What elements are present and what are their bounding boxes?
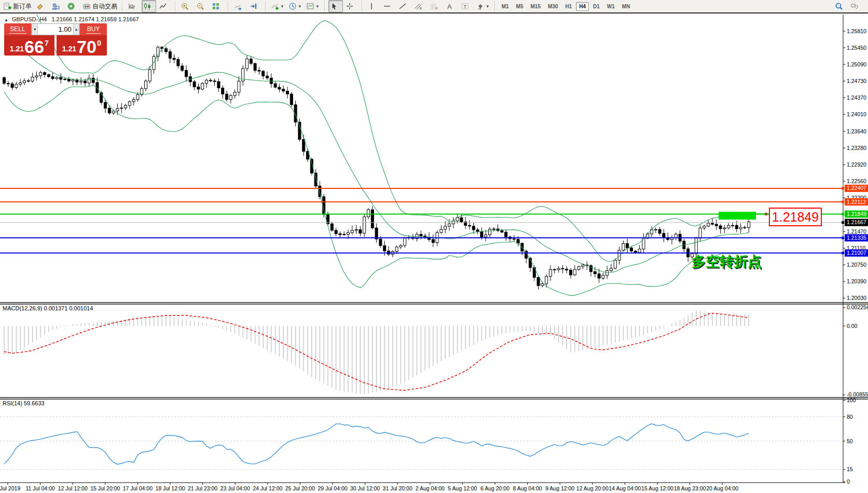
time-tick-label: 15 Jul 20:00	[90, 485, 120, 491]
price-tick-label: 1.20390	[847, 278, 866, 284]
time-tick-label: 25 Jul 20:00	[285, 485, 315, 491]
price-tick-label: 1.22920	[847, 161, 866, 168]
time-tick-label: 2 Aug 04:00	[416, 485, 445, 491]
time-tick-label: 14 Aug 04:00	[609, 485, 641, 491]
rsi-tick-label: 0	[847, 478, 850, 485]
time-tick-label: 18 Jul 12:00	[155, 485, 185, 491]
svg-text:1.21849: 1.21849	[847, 211, 866, 217]
time-tick-label: 9 Jul 2019	[0, 485, 20, 491]
price-tick-label: 1.24370	[847, 94, 866, 101]
one-click-trading-panel: SELL ▼ ▲ BUY 1.21667 1.21700	[4, 23, 107, 56]
time-tick-label: 17 Jul 04:00	[123, 485, 153, 491]
buy-button[interactable]: BUY	[80, 23, 107, 35]
macd-label: MACD(12,26,9) 0.001371 0.001014	[3, 305, 93, 311]
sell-button[interactable]: SELL	[4, 23, 31, 35]
rsi-label: RSI(14) 59.6633	[3, 400, 45, 406]
symbol-period-label: GBPUSD-,H4	[12, 16, 47, 22]
rsi-tick-label: 100	[847, 397, 856, 403]
price-tick-label: 1.21470	[847, 228, 866, 235]
svg-text:1.21007: 1.21007	[847, 250, 866, 256]
svg-text:1.22407: 1.22407	[847, 185, 866, 191]
time-tick-label: 23 Jul 04:00	[221, 485, 250, 491]
rsi-tick-label: 80	[847, 414, 853, 420]
time-tick-label: 8 Aug 04:00	[513, 485, 542, 491]
svg-text:1.21667: 1.21667	[847, 219, 866, 225]
volume-input[interactable]	[38, 24, 73, 35]
time-tick-label: 6 Aug 20:00	[480, 485, 509, 491]
time-tick-label: 29 Jul 04:00	[318, 485, 347, 491]
chart-header: ▲ GBPUSD-,H4 1.21666 1.21674 1.21659 1.2…	[4, 16, 139, 22]
time-tick-label: 31 Jul 20:00	[383, 485, 412, 491]
volume-down-button[interactable]: ▼	[32, 24, 38, 35]
macd-tick-label: 0.002256	[847, 304, 868, 310]
price-tick-label: 1.23640	[847, 128, 866, 134]
time-tick-label: 21 Jul 23:00	[188, 485, 217, 491]
price-tick-label: 1.25090	[847, 61, 866, 67]
time-tick-label: 12 Aug 20:00	[576, 485, 609, 491]
ohlc-values: 1.21666 1.21674 1.21659 1.21667	[51, 16, 139, 22]
rsi-tick-label: 50	[847, 438, 853, 444]
time-tick-label: 11 Jul 04:00	[25, 485, 55, 491]
collapse-panel-icon[interactable]: ▲	[4, 18, 8, 22]
svg-text:1.21335: 1.21335	[847, 235, 866, 241]
price-tick-label: 1.24730	[847, 78, 866, 84]
time-tick-label: 18 Aug 23:00	[674, 485, 706, 491]
time-tick-label: 15 Aug 12:00	[641, 485, 673, 491]
price-callout-label[interactable]: 1.21849	[769, 208, 822, 226]
time-tick-label: 12 Jul 12:00	[58, 485, 88, 491]
time-tick-label: 30 Jul 12:00	[350, 485, 380, 491]
price-tick-label: 1.24010	[847, 111, 866, 117]
buy-price-button[interactable]: 1.21700	[57, 35, 107, 56]
price-tick-label: 1.25450	[847, 45, 866, 51]
rsi-tick-label: 15	[847, 466, 853, 472]
chart-canvas[interactable]: 1.258101.254501.250901.247301.243701.240…	[0, 0, 868, 493]
price-tick-label: 1.20030	[847, 295, 866, 301]
price-tick-label: 1.23280	[847, 145, 866, 151]
turning-point-annotation: 多空转折点	[692, 252, 762, 271]
svg-text:1.22112: 1.22112	[847, 199, 866, 205]
time-tick-label: 20 Aug 04:00	[706, 485, 738, 491]
sell-price-button[interactable]: 1.21667	[4, 35, 54, 56]
volume-control: ▼ ▲	[31, 23, 80, 35]
time-tick-label: 9 Aug 12:00	[545, 485, 574, 491]
price-tick-label: 1.20750	[847, 262, 866, 268]
volume-up-button[interactable]: ▲	[73, 24, 79, 35]
green-highlight-box[interactable]	[719, 212, 756, 220]
price-tick-label: 1.25810	[847, 28, 866, 34]
macd-tick-label: 0.00	[847, 323, 858, 329]
price-tick-label: 1.22560	[847, 178, 866, 184]
mt4-window: { "toolbar": { "groups": [ {"items":[{"i…	[0, 0, 868, 493]
time-tick-label: 5 Aug 12:00	[448, 485, 477, 491]
time-tick-label: 24 Jul 12:00	[253, 485, 282, 491]
